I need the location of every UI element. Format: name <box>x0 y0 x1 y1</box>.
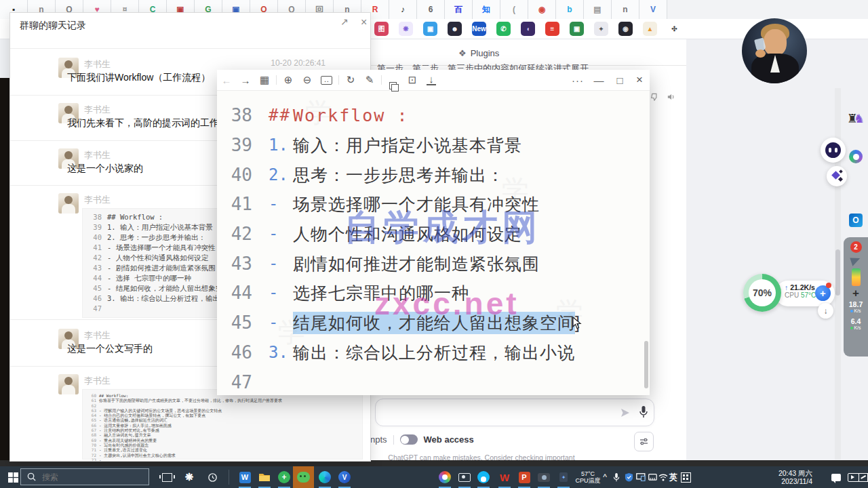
pinned-word[interactable]: W <box>236 466 254 488</box>
actual-size-icon[interactable]: ‥ <box>321 76 332 85</box>
minimize-icon[interactable]: — <box>587 75 610 86</box>
download-icon[interactable]: ↓ <box>427 75 436 85</box>
viewer-image-content[interactable]: 38##Workflow : 391.输入：用户指定小说基本背景 402.思考：… <box>217 90 650 395</box>
divider <box>381 75 382 85</box>
pinned-explorer[interactable] <box>256 466 273 488</box>
bookmark-icon[interactable]: New <box>472 22 486 36</box>
bookmark-icon[interactable]: 图 <box>374 22 389 36</box>
pinned-green-app[interactable]: + <box>275 466 293 488</box>
zoom-out-icon[interactable]: ⊖ <box>298 74 317 86</box>
chatgpt-input-box[interactable] <box>375 399 654 426</box>
tray-pen-screen[interactable] <box>859 466 868 488</box>
tray-projection[interactable] <box>635 466 647 488</box>
sparkle-assistant-button[interactable] <box>827 166 847 186</box>
browser-tab[interactable]: 知 <box>473 0 500 19</box>
chatgpt-model-switcher[interactable]: ❖ Plugins <box>458 48 499 58</box>
bookmark-icon[interactable]: ≡ <box>545 22 559 36</box>
speaker-icon[interactable] <box>666 92 676 102</box>
ocr-extract-icon[interactable]: ⊡ <box>403 74 422 86</box>
rotate-icon[interactable]: ↻ <box>341 74 360 86</box>
bookmark-icon[interactable]: ◖ <box>521 22 535 36</box>
thumbs-down-icon[interactable] <box>650 92 659 102</box>
close-icon[interactable]: × <box>629 73 650 87</box>
running-dark-app[interactable]: ✦ <box>556 466 571 488</box>
task-view-icon <box>162 473 172 482</box>
bookmark-icon[interactable]: ▲ <box>643 22 657 36</box>
taskbar: ❋ W + V W P ✦ 57°CCPU温度 ^ <box>0 466 868 488</box>
tray-ime[interactable]: 英 <box>667 466 679 488</box>
viewer-scrollbar[interactable] <box>644 90 648 395</box>
share-icon[interactable]: ↗ <box>340 16 349 27</box>
browser-tab[interactable]: 百 <box>445 0 473 19</box>
tray-clock[interactable]: 20:43 周六2023/11/4 <box>776 466 814 488</box>
tray-video-panel[interactable] <box>846 466 860 488</box>
pinned-blue-app[interactable]: V <box>336 466 353 488</box>
cortana-button[interactable]: ❋ <box>179 466 199 488</box>
browser-tab[interactable]: ▤ <box>584 0 612 19</box>
tray-security[interactable] <box>623 466 635 488</box>
more-icon[interactable]: ··· <box>568 75 587 86</box>
running-powerpoint[interactable]: P <box>515 466 533 488</box>
running-recorder[interactable] <box>456 466 473 488</box>
running-loops-app[interactable] <box>436 466 454 488</box>
prompts-label-fragment[interactable]: npts <box>370 434 387 445</box>
bookmark-icon[interactable]: ◉ <box>618 22 633 36</box>
viewer-scrollbar-thumb[interactable] <box>644 341 648 388</box>
cpu-usage-ring[interactable]: 70% <box>743 274 781 312</box>
taskbar-search-box[interactable] <box>20 468 149 485</box>
code-snippet-small[interactable]: 60 ## Workflow: 61 你将基于下面的期望帮助用户生成精美的文章，… <box>82 389 363 460</box>
browser-tab[interactable]: ( <box>500 0 528 19</box>
bookmark-icon[interactable]: ☻ <box>448 22 462 36</box>
running-camera-app[interactable] <box>535 466 553 488</box>
close-icon[interactable]: × <box>361 16 367 28</box>
gallery-grid-icon[interactable]: ▦ <box>255 74 274 86</box>
browser-tab[interactable]: b <box>556 0 584 19</box>
sync-loop-icon[interactable] <box>847 148 865 165</box>
send-icon[interactable] <box>620 407 631 418</box>
scroll-down-button[interactable]: ↓ <box>818 303 833 319</box>
bookmark-icon[interactable]: ❋ <box>399 22 413 36</box>
forward-icon[interactable]: → <box>236 75 255 86</box>
code-line: 67 - 注意结构的对仗对比,有节奏感 <box>88 428 357 432</box>
line-number: 45 <box>88 283 102 293</box>
maximize-icon[interactable]: □ <box>610 75 629 86</box>
bookmark-icon[interactable]: ⌖ <box>594 22 608 36</box>
web-access-toggle[interactable] <box>400 434 418 445</box>
tray-ime-grid[interactable] <box>679 466 692 488</box>
line-number: 72 <box>88 453 96 458</box>
wps-icon: W <box>500 472 509 483</box>
browser-tab[interactable]: ♪ <box>389 0 417 19</box>
zoom-in-icon[interactable]: ⊕ <box>279 74 298 86</box>
running-wps[interactable]: W <box>496 466 513 488</box>
bookmark-icon[interactable]: ▣ <box>570 22 584 36</box>
browser-tab[interactable]: V <box>639 0 667 19</box>
microphone-icon[interactable] <box>639 405 648 419</box>
wechat-active-app[interactable] <box>293 466 314 488</box>
chess-app-icon[interactable]: ♜♞ <box>847 110 865 127</box>
scrollbar-thumb[interactable] <box>835 249 840 296</box>
bookmark-icon[interactable]: ✆ <box>496 22 511 36</box>
divider <box>393 435 394 445</box>
edit-icon[interactable]: ✎ <box>360 74 379 86</box>
avatar <box>58 374 79 394</box>
bookmark-icon[interactable]: ✣ <box>667 22 682 36</box>
prompt-settings-button[interactable] <box>634 432 654 451</box>
running-qq[interactable] <box>475 466 492 488</box>
tray-expand-button[interactable]: ^ <box>599 466 610 488</box>
search-input[interactable] <box>41 472 132 483</box>
message-text: 这是一个小说家的 <box>67 163 143 175</box>
timeline-search-button[interactable] <box>202 466 222 488</box>
line-text: ## Workflow: <box>99 393 128 398</box>
outlook-icon[interactable]: O <box>847 211 865 229</box>
browser-tab[interactable]: 6 <box>417 0 445 19</box>
browser-tab[interactable]: n <box>612 0 639 19</box>
pinned-edge[interactable] <box>316 466 334 488</box>
task-view-button[interactable] <box>157 466 177 488</box>
bookmark-icon[interactable]: ▣ <box>423 22 437 36</box>
ai-assistant-button[interactable] <box>821 138 846 163</box>
back-icon[interactable]: ← <box>217 75 236 86</box>
tray-microphone[interactable] <box>610 466 623 488</box>
notification-center-button[interactable] <box>829 466 844 488</box>
browser-tab[interactable]: ◉ <box>528 0 556 19</box>
camera-device-icon <box>538 473 550 482</box>
